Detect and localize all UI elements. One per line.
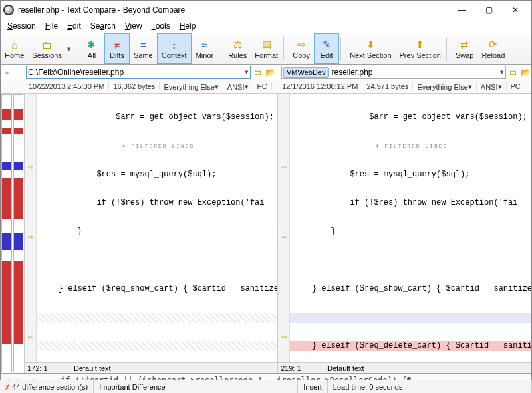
reload-button[interactable]: ⟳Reload	[477, 33, 509, 64]
menu-search[interactable]: Search	[86, 20, 120, 32]
chevron-down-icon[interactable]: ▾	[500, 68, 504, 76]
home-button[interactable]: ⌂Home	[1, 33, 28, 64]
menu-tools[interactable]: Tools	[148, 20, 174, 32]
right-open-button[interactable]: 🗀	[507, 66, 519, 78]
context-button[interactable]: ↕Context	[157, 33, 192, 64]
menu-help[interactable]: Help	[176, 20, 200, 32]
right-pane: ⇦ ⇦ ⇦ $arr = get_object_vars($session); …	[278, 94, 531, 373]
left-open-button[interactable]: 🗀	[252, 66, 264, 78]
left-code[interactable]: $arr = get_object_vars($session); 4 FILT…	[37, 94, 277, 362]
sessions-button[interactable]: 🗀Sessions	[28, 33, 66, 64]
menubar: Session File Edit Search View Tools Help	[1, 19, 531, 33]
all-icon: ✱	[85, 38, 98, 51]
menu-edit[interactable]: Edit	[63, 20, 85, 32]
maximize-button[interactable]: ▢	[475, 2, 502, 18]
edit-icon: ✎	[320, 38, 333, 51]
left-path-input[interactable]: ▾	[26, 66, 251, 79]
same-button[interactable]: =Same	[130, 33, 157, 64]
menu-session[interactable]: Session	[3, 20, 40, 32]
status-mode: Insert	[298, 380, 328, 393]
left-encoding[interactable]: ANSI ▾	[223, 82, 253, 91]
home-icon: ⌂	[8, 38, 21, 51]
format-icon: ▤	[260, 38, 273, 51]
copy-icon: ⇨	[295, 38, 308, 51]
same-icon: =	[136, 38, 150, 51]
left-gutter[interactable]: ⇨ ⇨ ⇨	[25, 94, 37, 362]
down-icon: ⬇	[364, 38, 377, 51]
right-code[interactable]: $arr = get_object_vars($session); 4 FILT…	[290, 94, 531, 362]
edit-button[interactable]: ✎Edit	[314, 33, 339, 64]
minor-icon: ≈	[198, 38, 211, 51]
right-browse-button[interactable]: 📂	[519, 66, 531, 78]
app-icon	[3, 5, 14, 15]
left-eol: PC	[253, 82, 272, 90]
menu-view[interactable]: View	[121, 20, 146, 32]
minimize-button[interactable]: —	[449, 2, 475, 18]
right-filter[interactable]: Everything Else ▾	[413, 82, 476, 91]
copy-button[interactable]: ⇨Copy	[289, 33, 314, 64]
right-encoding[interactable]: ANSI ▾	[477, 82, 507, 91]
right-bytes: 24,971 bytes	[362, 82, 413, 90]
swap-button[interactable]: ⇄Swap	[452, 33, 478, 64]
reload-icon: ⟳	[487, 38, 500, 51]
right-date: 12/1/2016 12:08:12 PM	[278, 82, 362, 90]
right-cursor-pos: 219: 1	[278, 364, 307, 372]
diffs-button[interactable]: ≠Diffs	[104, 33, 130, 64]
left-bytes: 16,362 bytes	[109, 82, 160, 90]
rules-button[interactable]: ⚖Rules	[224, 33, 251, 64]
menu-file[interactable]: File	[41, 20, 62, 32]
left-browse-button[interactable]: 📂	[264, 66, 276, 78]
status-load: Load time: 0 seconds	[328, 380, 532, 393]
right-section-label: Default text	[307, 364, 531, 372]
diffs-icon: ≠	[110, 38, 124, 51]
toolbar: ⌂Home 🗀Sessions ▾ ✱All ≠Diffs =Same ↕Con…	[1, 33, 531, 65]
right-eol: PC	[507, 82, 525, 90]
window-title: reseller.php - Text Compare - Beyond Com…	[18, 5, 449, 15]
context-icon: ↕	[168, 38, 181, 51]
left-filter[interactable]: Everything Else ▾	[160, 82, 223, 91]
right-gutter[interactable]: ⇦ ⇦ ⇦	[278, 94, 290, 362]
right-volume-label: VMWebDev	[283, 67, 329, 78]
sessions-dropdown[interactable]: ▾	[66, 33, 72, 64]
left-cursor-pos: 172: 1	[25, 364, 54, 372]
all-button[interactable]: ✱All	[79, 33, 104, 64]
minor-button[interactable]: ≈Minor	[192, 33, 218, 64]
folder-icon: 🗀	[41, 38, 54, 51]
up-icon: ⬆	[414, 38, 427, 51]
format-button[interactable]: ▤Format	[251, 33, 282, 64]
swap-icon: ⇄	[458, 38, 471, 51]
diff-marker-icon: ≠	[5, 383, 9, 391]
left-diff-arrow-icon[interactable]: »	[1, 68, 13, 76]
left-section-label: Default text	[54, 364, 277, 372]
prev-section-button[interactable]: ⬆Prev Section	[396, 33, 445, 64]
status-count: 44 difference section(s)	[12, 383, 88, 391]
left-pane: ⇨ ⇨ ⇨ $arr = get_object_vars($session); …	[25, 94, 278, 373]
status-bar: ≠44 difference section(s) Important Diff…	[0, 380, 532, 393]
left-date: 10/22/2013 2:45:00 PM	[25, 82, 109, 90]
right-path-input[interactable]: VMWebDev ▾	[281, 66, 506, 79]
chevron-down-icon[interactable]: ▾	[245, 68, 249, 76]
rules-icon: ⚖	[231, 38, 244, 51]
close-button[interactable]: ✕	[502, 2, 529, 18]
next-section-button[interactable]: ⬇Next Section	[346, 33, 395, 64]
thumbnail-overview[interactable]	[1, 94, 25, 373]
status-type: Important Difference	[94, 380, 298, 393]
